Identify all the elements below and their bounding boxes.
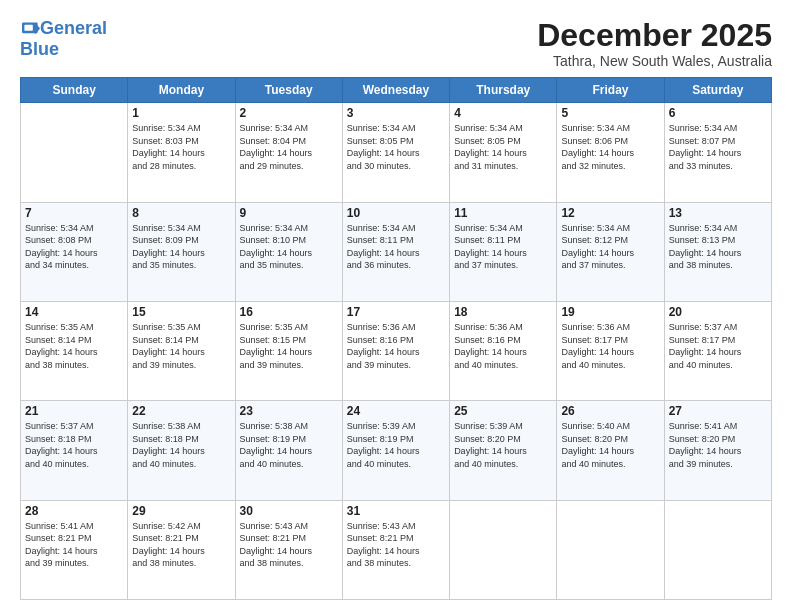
week-row-5: 28Sunrise: 5:41 AMSunset: 8:21 PMDayligh… bbox=[21, 500, 772, 599]
logo-general: General bbox=[40, 18, 107, 39]
day-info: Sunrise: 5:40 AMSunset: 8:20 PMDaylight:… bbox=[561, 420, 659, 470]
day-number: 22 bbox=[132, 404, 230, 418]
day-info: Sunrise: 5:34 AMSunset: 8:07 PMDaylight:… bbox=[669, 122, 767, 172]
day-number: 12 bbox=[561, 206, 659, 220]
calendar-cell: 9Sunrise: 5:34 AMSunset: 8:10 PMDaylight… bbox=[235, 202, 342, 301]
title-block: December 2025 Tathra, New South Wales, A… bbox=[537, 18, 772, 69]
day-info: Sunrise: 5:37 AMSunset: 8:17 PMDaylight:… bbox=[669, 321, 767, 371]
month-title: December 2025 bbox=[537, 18, 772, 53]
day-number: 11 bbox=[454, 206, 552, 220]
calendar-cell: 28Sunrise: 5:41 AMSunset: 8:21 PMDayligh… bbox=[21, 500, 128, 599]
calendar-cell bbox=[21, 103, 128, 202]
calendar-cell: 18Sunrise: 5:36 AMSunset: 8:16 PMDayligh… bbox=[450, 301, 557, 400]
weekday-header-row: SundayMondayTuesdayWednesdayThursdayFrid… bbox=[21, 78, 772, 103]
day-info: Sunrise: 5:34 AMSunset: 8:13 PMDaylight:… bbox=[669, 222, 767, 272]
calendar-cell: 17Sunrise: 5:36 AMSunset: 8:16 PMDayligh… bbox=[342, 301, 449, 400]
calendar-cell bbox=[450, 500, 557, 599]
day-info: Sunrise: 5:43 AMSunset: 8:21 PMDaylight:… bbox=[240, 520, 338, 570]
calendar-cell: 4Sunrise: 5:34 AMSunset: 8:05 PMDaylight… bbox=[450, 103, 557, 202]
svg-rect-2 bbox=[24, 24, 32, 30]
day-info: Sunrise: 5:38 AMSunset: 8:19 PMDaylight:… bbox=[240, 420, 338, 470]
week-row-4: 21Sunrise: 5:37 AMSunset: 8:18 PMDayligh… bbox=[21, 401, 772, 500]
week-row-2: 7Sunrise: 5:34 AMSunset: 8:08 PMDaylight… bbox=[21, 202, 772, 301]
calendar-cell: 26Sunrise: 5:40 AMSunset: 8:20 PMDayligh… bbox=[557, 401, 664, 500]
day-info: Sunrise: 5:39 AMSunset: 8:20 PMDaylight:… bbox=[454, 420, 552, 470]
calendar-cell: 3Sunrise: 5:34 AMSunset: 8:05 PMDaylight… bbox=[342, 103, 449, 202]
week-row-1: 1Sunrise: 5:34 AMSunset: 8:03 PMDaylight… bbox=[21, 103, 772, 202]
day-number: 19 bbox=[561, 305, 659, 319]
day-number: 27 bbox=[669, 404, 767, 418]
day-info: Sunrise: 5:34 AMSunset: 8:06 PMDaylight:… bbox=[561, 122, 659, 172]
day-info: Sunrise: 5:41 AMSunset: 8:20 PMDaylight:… bbox=[669, 420, 767, 470]
day-info: Sunrise: 5:39 AMSunset: 8:19 PMDaylight:… bbox=[347, 420, 445, 470]
day-info: Sunrise: 5:36 AMSunset: 8:16 PMDaylight:… bbox=[454, 321, 552, 371]
page: General Blue December 2025 Tathra, New S… bbox=[0, 0, 792, 612]
calendar-cell: 14Sunrise: 5:35 AMSunset: 8:14 PMDayligh… bbox=[21, 301, 128, 400]
header: General Blue December 2025 Tathra, New S… bbox=[20, 18, 772, 69]
calendar-cell: 2Sunrise: 5:34 AMSunset: 8:04 PMDaylight… bbox=[235, 103, 342, 202]
day-info: Sunrise: 5:36 AMSunset: 8:17 PMDaylight:… bbox=[561, 321, 659, 371]
day-number: 14 bbox=[25, 305, 123, 319]
day-number: 21 bbox=[25, 404, 123, 418]
calendar-cell: 29Sunrise: 5:42 AMSunset: 8:21 PMDayligh… bbox=[128, 500, 235, 599]
calendar-cell: 30Sunrise: 5:43 AMSunset: 8:21 PMDayligh… bbox=[235, 500, 342, 599]
day-number: 4 bbox=[454, 106, 552, 120]
day-info: Sunrise: 5:38 AMSunset: 8:18 PMDaylight:… bbox=[132, 420, 230, 470]
weekday-header-wednesday: Wednesday bbox=[342, 78, 449, 103]
day-info: Sunrise: 5:34 AMSunset: 8:08 PMDaylight:… bbox=[25, 222, 123, 272]
day-number: 20 bbox=[669, 305, 767, 319]
day-number: 5 bbox=[561, 106, 659, 120]
day-number: 9 bbox=[240, 206, 338, 220]
calendar-cell: 16Sunrise: 5:35 AMSunset: 8:15 PMDayligh… bbox=[235, 301, 342, 400]
calendar-cell: 20Sunrise: 5:37 AMSunset: 8:17 PMDayligh… bbox=[664, 301, 771, 400]
calendar-cell: 6Sunrise: 5:34 AMSunset: 8:07 PMDaylight… bbox=[664, 103, 771, 202]
logo-icon bbox=[22, 22, 40, 36]
day-number: 17 bbox=[347, 305, 445, 319]
location-subtitle: Tathra, New South Wales, Australia bbox=[537, 53, 772, 69]
day-number: 10 bbox=[347, 206, 445, 220]
day-info: Sunrise: 5:43 AMSunset: 8:21 PMDaylight:… bbox=[347, 520, 445, 570]
weekday-header-tuesday: Tuesday bbox=[235, 78, 342, 103]
calendar-cell: 23Sunrise: 5:38 AMSunset: 8:19 PMDayligh… bbox=[235, 401, 342, 500]
day-info: Sunrise: 5:37 AMSunset: 8:18 PMDaylight:… bbox=[25, 420, 123, 470]
calendar-table: SundayMondayTuesdayWednesdayThursdayFrid… bbox=[20, 77, 772, 600]
day-number: 26 bbox=[561, 404, 659, 418]
calendar-cell: 10Sunrise: 5:34 AMSunset: 8:11 PMDayligh… bbox=[342, 202, 449, 301]
calendar-cell: 13Sunrise: 5:34 AMSunset: 8:13 PMDayligh… bbox=[664, 202, 771, 301]
day-number: 13 bbox=[669, 206, 767, 220]
day-info: Sunrise: 5:35 AMSunset: 8:14 PMDaylight:… bbox=[132, 321, 230, 371]
day-info: Sunrise: 5:35 AMSunset: 8:14 PMDaylight:… bbox=[25, 321, 123, 371]
day-info: Sunrise: 5:34 AMSunset: 8:10 PMDaylight:… bbox=[240, 222, 338, 272]
weekday-header-thursday: Thursday bbox=[450, 78, 557, 103]
day-number: 29 bbox=[132, 504, 230, 518]
day-number: 24 bbox=[347, 404, 445, 418]
day-number: 25 bbox=[454, 404, 552, 418]
day-info: Sunrise: 5:34 AMSunset: 8:09 PMDaylight:… bbox=[132, 222, 230, 272]
day-info: Sunrise: 5:34 AMSunset: 8:11 PMDaylight:… bbox=[347, 222, 445, 272]
weekday-header-saturday: Saturday bbox=[664, 78, 771, 103]
calendar-cell: 22Sunrise: 5:38 AMSunset: 8:18 PMDayligh… bbox=[128, 401, 235, 500]
day-info: Sunrise: 5:36 AMSunset: 8:16 PMDaylight:… bbox=[347, 321, 445, 371]
weekday-header-sunday: Sunday bbox=[21, 78, 128, 103]
calendar-cell: 25Sunrise: 5:39 AMSunset: 8:20 PMDayligh… bbox=[450, 401, 557, 500]
calendar-cell bbox=[664, 500, 771, 599]
day-info: Sunrise: 5:34 AMSunset: 8:11 PMDaylight:… bbox=[454, 222, 552, 272]
day-number: 1 bbox=[132, 106, 230, 120]
calendar-cell: 11Sunrise: 5:34 AMSunset: 8:11 PMDayligh… bbox=[450, 202, 557, 301]
day-info: Sunrise: 5:42 AMSunset: 8:21 PMDaylight:… bbox=[132, 520, 230, 570]
day-info: Sunrise: 5:34 AMSunset: 8:04 PMDaylight:… bbox=[240, 122, 338, 172]
calendar-cell: 12Sunrise: 5:34 AMSunset: 8:12 PMDayligh… bbox=[557, 202, 664, 301]
weekday-header-friday: Friday bbox=[557, 78, 664, 103]
day-number: 31 bbox=[347, 504, 445, 518]
day-number: 28 bbox=[25, 504, 123, 518]
calendar-cell: 1Sunrise: 5:34 AMSunset: 8:03 PMDaylight… bbox=[128, 103, 235, 202]
day-number: 8 bbox=[132, 206, 230, 220]
day-info: Sunrise: 5:34 AMSunset: 8:05 PMDaylight:… bbox=[347, 122, 445, 172]
day-info: Sunrise: 5:34 AMSunset: 8:03 PMDaylight:… bbox=[132, 122, 230, 172]
day-number: 3 bbox=[347, 106, 445, 120]
day-info: Sunrise: 5:34 AMSunset: 8:12 PMDaylight:… bbox=[561, 222, 659, 272]
day-number: 23 bbox=[240, 404, 338, 418]
day-number: 30 bbox=[240, 504, 338, 518]
calendar-cell: 31Sunrise: 5:43 AMSunset: 8:21 PMDayligh… bbox=[342, 500, 449, 599]
calendar-cell: 15Sunrise: 5:35 AMSunset: 8:14 PMDayligh… bbox=[128, 301, 235, 400]
